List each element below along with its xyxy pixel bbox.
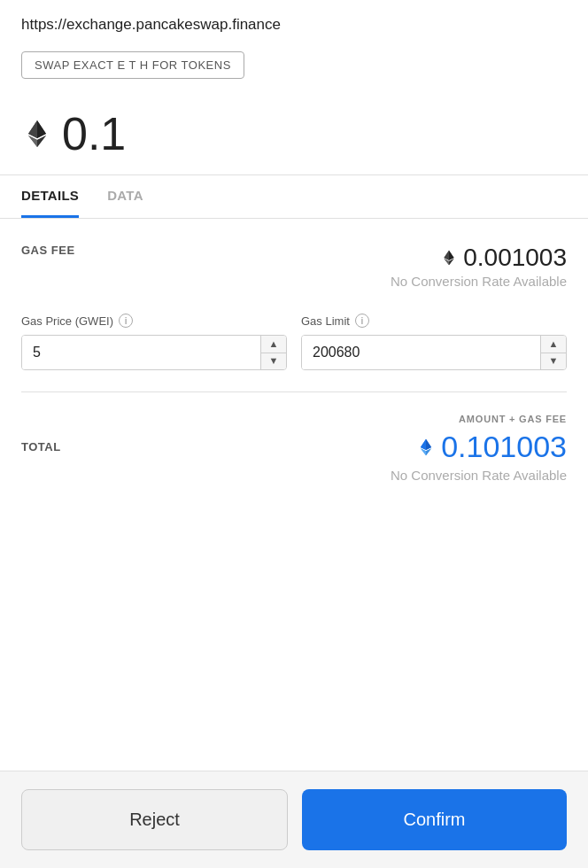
tab-details[interactable]: DETAILS — [21, 175, 79, 218]
amount-value: 0.1 — [62, 111, 126, 157]
gas-price-input[interactable] — [22, 336, 260, 369]
method-badge-wrapper: SWAP EXACT E T H FOR TOKENS — [0, 43, 588, 93]
gas-price-up-button[interactable]: ▲ — [261, 336, 286, 353]
details-section: GAS FEE 0.001003 No Conversion Rate Avai… — [0, 219, 588, 771]
gas-limit-label: Gas Limit i — [301, 314, 567, 328]
amount-section: 0.1 — [0, 93, 588, 175]
gas-price-input-wrapper: ▲ ▼ — [21, 335, 287, 370]
url-text: https://exchange.pancakeswap.finance — [21, 16, 281, 33]
divider — [21, 391, 567, 392]
gas-fee-amount: 0.001003 — [440, 244, 567, 272]
gas-limit-input[interactable] — [302, 336, 540, 369]
svg-marker-15 — [421, 438, 426, 449]
svg-marker-14 — [426, 438, 431, 449]
svg-marker-9 — [445, 251, 450, 260]
total-row: TOTAL 0.101003 — [21, 430, 567, 464]
svg-marker-2 — [37, 120, 46, 138]
total-amount: 0.101003 — [416, 430, 567, 464]
gas-limit-input-wrapper: ▲ ▼ — [301, 335, 567, 370]
gas-limit-down-button[interactable]: ▼ — [541, 353, 566, 370]
svg-marker-8 — [449, 251, 454, 260]
url-bar: https://exchange.pancakeswap.finance — [0, 0, 588, 43]
total-amount-value: 0.101003 — [441, 430, 567, 464]
tab-data[interactable]: DATA — [107, 175, 143, 218]
method-badge: SWAP EXACT E T H FOR TOKENS — [21, 51, 244, 79]
total-label: TOTAL — [21, 440, 61, 453]
eth-diamond-large-icon — [21, 118, 53, 150]
gas-limit-up-button[interactable]: ▲ — [541, 336, 566, 353]
eth-diamond-total-icon — [416, 438, 436, 457]
inputs-row: Gas Price (GWEI) i ▲ ▼ Gas Limit i ▲ — [21, 314, 567, 370]
gas-limit-group: Gas Limit i ▲ ▼ — [301, 314, 567, 370]
gas-fee-conversion: No Conversion Rate Available — [21, 274, 567, 289]
amount-gas-label: AMOUNT + GAS FEE — [21, 414, 567, 424]
tabs-section: DETAILS DATA — [0, 175, 588, 219]
gas-price-down-button[interactable]: ▼ — [261, 353, 286, 370]
gas-limit-info-icon[interactable]: i — [355, 314, 369, 328]
svg-marker-3 — [28, 120, 37, 138]
gas-price-info-icon[interactable]: i — [119, 314, 133, 328]
gas-fee-label: GAS FEE — [21, 244, 75, 257]
total-section: AMOUNT + GAS FEE TOTAL 0.101003 No Conve — [21, 414, 567, 504]
reject-button[interactable]: Reject — [21, 789, 288, 850]
gas-limit-spinner: ▲ ▼ — [540, 336, 566, 369]
gas-price-label: Gas Price (GWEI) i — [21, 314, 287, 328]
eth-diamond-gas-icon — [440, 249, 458, 267]
gas-price-spinner: ▲ ▼ — [260, 336, 286, 369]
total-conversion: No Conversion Rate Available — [21, 468, 567, 483]
gas-price-group: Gas Price (GWEI) i ▲ ▼ — [21, 314, 287, 370]
gas-fee-amount-value: 0.001003 — [463, 244, 567, 272]
confirm-button[interactable]: Confirm — [302, 789, 567, 850]
gas-fee-row: GAS FEE 0.001003 No Conversion Rate Avai… — [21, 219, 567, 292]
footer: Reject Confirm — [0, 771, 588, 868]
